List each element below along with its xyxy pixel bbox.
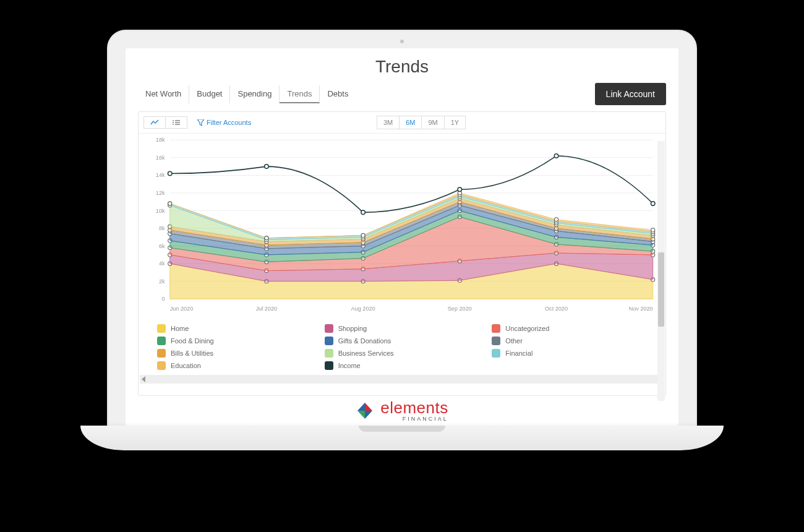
svg-marker-102 <box>365 411 372 419</box>
svg-text:18k: 18k <box>156 137 165 143</box>
filter-icon <box>197 119 204 126</box>
legend-item[interactable]: Financial <box>492 349 647 358</box>
legend-swatch <box>157 361 166 370</box>
tab-spending[interactable]: Spending <box>230 85 280 103</box>
brand-name: elements <box>380 400 448 416</box>
legend-item[interactable]: Gifts & Donations <box>325 337 480 345</box>
svg-text:6k: 6k <box>159 243 165 249</box>
svg-text:Oct 2020: Oct 2020 <box>545 306 568 312</box>
svg-point-94 <box>265 165 268 169</box>
svg-point-91 <box>554 218 558 221</box>
legend-swatch <box>492 324 500 333</box>
svg-text:0: 0 <box>162 296 165 302</box>
horizontal-scrollbar[interactable] <box>140 375 664 384</box>
brand-logo-icon <box>356 401 374 420</box>
list-view-button[interactable] <box>166 116 187 129</box>
svg-text:Jun 2020: Jun 2020 <box>170 306 194 312</box>
legend-label: Bills & Utilities <box>171 350 213 357</box>
legend-label: Gifts & Donations <box>338 337 391 345</box>
tab-strip: Net WorthBudgetSpendingTrendsDebts <box>138 85 356 103</box>
list-icon <box>172 119 181 126</box>
vertical-scrollbar[interactable] <box>657 141 665 401</box>
svg-point-96 <box>458 187 461 192</box>
svg-point-88 <box>265 236 268 240</box>
legend-label: Financial <box>505 350 532 357</box>
tab-debts[interactable]: Debts <box>320 85 356 103</box>
svg-point-92 <box>651 228 655 232</box>
screen-bezel: Trends Net WorthBudgetSpendingTrendsDebt… <box>108 31 696 427</box>
chart-view-button[interactable] <box>143 116 166 129</box>
trends-chart: 02k4k6k8k10k12k14k16k18kJun 2020Jul 2020… <box>139 134 665 318</box>
range-9m[interactable]: 9M <box>422 116 444 129</box>
legend-item[interactable]: Other <box>492 337 647 345</box>
svg-text:Nov 2020: Nov 2020 <box>629 306 653 312</box>
svg-text:4k: 4k <box>159 260 165 267</box>
svg-point-95 <box>361 210 365 215</box>
legend: HomeShoppingUncategorizedFood & DiningGi… <box>139 318 665 375</box>
laptop-mockup: Trends Net WorthBudgetSpendingTrendsDebt… <box>80 31 724 476</box>
legend-swatch <box>325 324 333 333</box>
svg-point-98 <box>651 202 654 206</box>
legend-label: Business Services <box>338 350 394 357</box>
svg-text:Sep 2020: Sep 2020 <box>448 306 472 312</box>
scrollbar-thumb[interactable] <box>658 252 664 327</box>
panel-toolbar: Filter Accounts 3M6M9M1Y <box>139 112 665 134</box>
range-1y[interactable]: 1Y <box>445 116 466 129</box>
link-account-button[interactable]: Link Account <box>595 83 666 105</box>
svg-rect-1 <box>175 120 180 121</box>
tab-trends[interactable]: Trends <box>280 85 320 103</box>
legend-swatch <box>157 337 166 345</box>
range-group: 3M6M9M1Y <box>377 116 466 129</box>
legend-item[interactable]: Food & Dining <box>157 337 312 345</box>
svg-text:10k: 10k <box>156 208 165 214</box>
svg-point-97 <box>554 154 558 158</box>
filter-accounts-button[interactable]: Filter Accounts <box>192 116 256 129</box>
page-title: Trends <box>126 48 678 83</box>
svg-text:Jul 2020: Jul 2020 <box>256 306 278 312</box>
legend-item[interactable]: Uncategorized <box>492 324 647 333</box>
range-6m[interactable]: 6M <box>400 116 422 129</box>
legend-item[interactable]: Business Services <box>325 349 480 358</box>
range-3m[interactable]: 3M <box>377 116 400 129</box>
svg-marker-99 <box>365 403 372 411</box>
legend-item[interactable]: Income <box>325 361 480 370</box>
legend-swatch <box>492 349 500 358</box>
svg-text:16k: 16k <box>156 155 165 161</box>
legend-item[interactable]: Bills & Utilities <box>157 349 312 358</box>
legend-item[interactable]: Shopping <box>325 324 480 333</box>
legend-swatch <box>325 349 333 358</box>
chart-area[interactable]: 02k4k6k8k10k12k14k16k18kJun 2020Jul 2020… <box>139 134 665 318</box>
svg-text:8k: 8k <box>159 225 165 231</box>
tab-budget[interactable]: Budget <box>189 85 230 103</box>
legend-label: Home <box>171 325 189 332</box>
legend-swatch <box>157 324 166 333</box>
trends-panel: Filter Accounts 3M6M9M1Y 02k4k6k8k10k12k… <box>138 111 666 396</box>
legend-label: Income <box>338 362 361 369</box>
svg-point-2 <box>173 122 174 123</box>
app-screen: Trends Net WorthBudgetSpendingTrendsDebt… <box>126 48 678 426</box>
svg-point-87 <box>168 202 172 205</box>
svg-marker-6 <box>197 119 204 126</box>
camera-icon <box>400 40 404 43</box>
legend-swatch <box>157 349 166 358</box>
legend-swatch <box>325 361 333 370</box>
legend-item[interactable]: Education <box>157 361 312 370</box>
legend-item[interactable]: Home <box>157 324 312 333</box>
legend-label: Other <box>505 337 523 345</box>
legend-swatch <box>325 337 333 345</box>
legend-label: Shopping <box>338 325 367 332</box>
legend-swatch <box>492 337 500 345</box>
svg-marker-101 <box>357 411 365 419</box>
svg-point-89 <box>361 233 365 237</box>
svg-point-4 <box>173 124 174 125</box>
legend-label: Food & Dining <box>171 337 214 345</box>
svg-marker-100 <box>357 403 365 411</box>
brand-text-wrap: elements FINANCIAL <box>380 400 448 422</box>
tab-net-worth[interactable]: Net Worth <box>138 85 189 103</box>
line-chart-icon <box>150 119 159 126</box>
svg-text:14k: 14k <box>156 172 165 178</box>
svg-text:12k: 12k <box>156 190 165 196</box>
svg-point-0 <box>173 120 174 121</box>
brand-footer: elements FINANCIAL <box>126 400 678 422</box>
svg-text:Aug 2020: Aug 2020 <box>351 306 375 312</box>
